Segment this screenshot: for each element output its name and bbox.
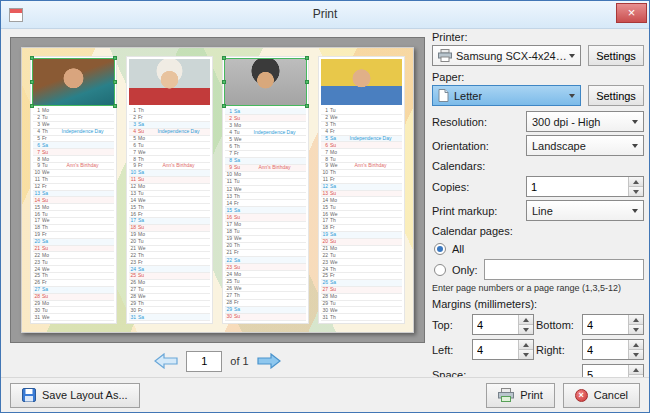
right-margin-input[interactable]: [583, 340, 628, 359]
bottom-margin-label: Bottom:: [536, 319, 582, 331]
copies-input[interactable]: [527, 177, 628, 196]
calendar-day-row: 9SuAnn's Birthday: [225, 165, 306, 172]
calendar-day-row: 25Su: [129, 273, 210, 280]
calendar-event-holiday: Independence Day: [339, 136, 402, 141]
calendar-day-row: 12Mo: [129, 184, 210, 191]
calendar-page-preview[interactable]: 1Mo2Tu3We4ThIndependence Day5Fr6Sa7Su8Mo…: [21, 47, 414, 333]
top-margin-label: Top:: [432, 319, 472, 331]
calendar-day-row: 18Su: [129, 225, 210, 232]
bottom-margin-increment-button[interactable]: [629, 315, 643, 325]
pages-range-input[interactable]: [484, 259, 644, 280]
previous-page-button[interactable]: [154, 353, 178, 369]
calendar-day-row: 2Fr: [129, 115, 210, 122]
print-button[interactable]: Print: [486, 383, 555, 408]
calendar-day-row: 15Th: [129, 204, 210, 211]
top-margin-increment-button[interactable]: [519, 315, 533, 325]
bottom-margin-decrement-button[interactable]: [629, 325, 643, 334]
selection-handle[interactable]: [222, 56, 226, 60]
top-margin-spinner[interactable]: [472, 314, 534, 335]
calendar-column: 1Tu2We3Th4Fr5SaIndependence Day6Su7Mo8Tu…: [318, 56, 405, 324]
pages-only-radio[interactable]: [434, 264, 446, 276]
space-increment-button[interactable]: [629, 365, 643, 375]
orientation-label: Orientation:: [432, 140, 526, 152]
calendar-day-row: 16Tu: [33, 211, 114, 218]
bottom-margin-input[interactable]: [583, 315, 628, 334]
calendar-day-row: 7We: [129, 149, 210, 156]
printer-settings-button[interactable]: Settings: [588, 45, 644, 66]
calendar-day-row: 13Tu: [129, 191, 210, 198]
resolution-value: 300 dpi - High: [532, 116, 601, 128]
paper-select[interactable]: Letter: [432, 85, 581, 106]
save-layout-button[interactable]: Save Layout As...: [10, 383, 140, 408]
calendar-day-row: 18Tu: [225, 229, 306, 236]
selection-handle[interactable]: [30, 104, 34, 108]
pages-all-radio[interactable]: [434, 243, 446, 255]
left-margin-input[interactable]: [473, 340, 518, 359]
copies-increment-button[interactable]: [629, 177, 643, 187]
selection-handle[interactable]: [305, 80, 309, 84]
printer-select[interactable]: Samsung SCX-4x24 Seri...: [432, 45, 581, 66]
print-settings-panel: Printer: Samsung SCX-4x24 Seri... Settin…: [432, 31, 644, 413]
calendar-day-row: 13Sa: [33, 191, 114, 198]
calendar-day-row: 10Th: [321, 170, 402, 177]
next-page-button[interactable]: [257, 353, 281, 369]
cancel-button[interactable]: × Cancel: [563, 383, 640, 408]
calendar-day-row: 29Mo: [33, 301, 114, 308]
calendar-day-row: 19Sa: [321, 232, 402, 239]
selection-handle[interactable]: [30, 56, 34, 60]
copies-decrement-button[interactable]: [629, 187, 643, 196]
orientation-select[interactable]: Landscape: [526, 135, 644, 156]
page-number-input[interactable]: [186, 351, 222, 372]
selection-handle[interactable]: [113, 56, 117, 60]
chevron-down-icon: [569, 54, 575, 58]
calendar-day-row: 17We: [33, 218, 114, 225]
selection-handle[interactable]: [305, 56, 309, 60]
calendar-day-row: 2We: [321, 115, 402, 122]
selection-handle[interactable]: [305, 104, 309, 108]
right-margin-spinner[interactable]: [582, 339, 644, 360]
right-margin-increment-button[interactable]: [629, 340, 643, 350]
calendar-day-row: 27Th: [225, 292, 306, 299]
paper-settings-button[interactable]: Settings: [588, 85, 644, 106]
calendar-day-row: 6Sa: [33, 142, 114, 149]
top-margin-input[interactable]: [473, 315, 518, 334]
photo-boy[interactable]: [321, 59, 402, 105]
close-button[interactable]: ×: [616, 3, 647, 23]
photo-older-woman[interactable]: [129, 59, 210, 105]
calendar-column: 1Th2Fr3Sa4SuIndependence Day5Mo6Tu7We8Th…: [126, 56, 213, 324]
bottom-margin-spinner[interactable]: [582, 314, 644, 335]
day-list: 1Sa2Su3Mo4TuIndependence Day5We6Th7Fr8Sa…: [223, 108, 308, 323]
selection-handle[interactable]: [113, 104, 117, 108]
calendar-day-row: 7Fr: [225, 151, 306, 158]
photo-man-curly-hair[interactable]: [225, 59, 306, 105]
calendar-day-row: 26We: [225, 285, 306, 292]
calendar-day-row: 14Su: [33, 197, 114, 204]
selection-handle[interactable]: [222, 80, 226, 84]
right-margin-decrement-button[interactable]: [629, 350, 643, 359]
left-margin-spinner[interactable]: [472, 339, 534, 360]
calendar-day-row: 3Mo: [225, 122, 306, 129]
pages-range-hint: Enter page numbers or a page range (1,3,…: [432, 283, 644, 293]
selection-handle[interactable]: [113, 80, 117, 84]
resolution-select[interactable]: 300 dpi - High: [526, 111, 644, 132]
calendars-section-header: Calendars:: [432, 160, 644, 172]
print-markup-label: Print markup:: [432, 205, 526, 217]
calendar-event-birthday: Ann's Birthday: [147, 163, 210, 168]
calendar-day-row: 22Tu: [321, 252, 402, 259]
calendar-day-row: 8Mo: [33, 156, 114, 163]
chevron-down-icon: [632, 120, 638, 124]
selection-handle[interactable]: [30, 80, 34, 84]
left-margin-decrement-button[interactable]: [519, 350, 533, 359]
copies-spinner[interactable]: [526, 176, 644, 197]
selection-handle[interactable]: [222, 104, 226, 108]
left-margin-increment-button[interactable]: [519, 340, 533, 350]
calendar-day-row: 4SuIndependence Day: [129, 129, 210, 136]
top-margin-decrement-button[interactable]: [519, 325, 533, 334]
calendar-day-row: 19Mo: [129, 232, 210, 239]
print-markup-select[interactable]: Line: [526, 200, 644, 221]
photo-woman-red-hair[interactable]: [33, 59, 114, 105]
print-markup-value: Line: [532, 205, 553, 217]
calendar-day-row: 5Fr: [33, 136, 114, 143]
cancel-icon: ×: [575, 389, 588, 402]
calendar-day-row: 12We: [225, 186, 306, 193]
